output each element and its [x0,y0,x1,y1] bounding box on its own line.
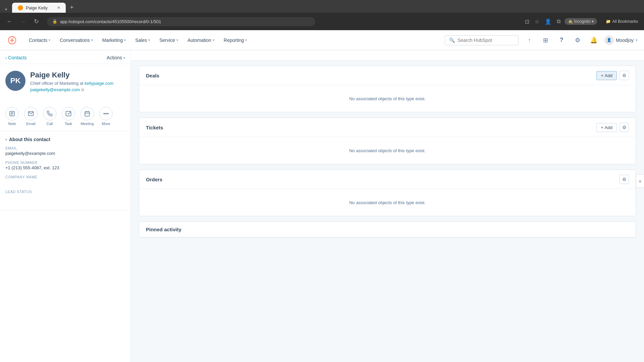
email-button[interactable]: Email [24,107,38,126]
reporting-chevron: ▾ [245,38,247,42]
conversations-chevron: ▾ [91,38,93,42]
bookmarks-label: All Bookmarks [612,19,638,24]
scrolled-top-bar [131,50,644,60]
nav-sales[interactable]: Sales ▾ [130,30,155,50]
deals-gear-icon: ⚙ [622,73,627,78]
deals-card: Deals + Add ⚙ No associated obje [139,66,636,112]
svg-point-13 [107,113,108,114]
top-navigation: Contacts ▾ Conversations ▾ Marketing ▾ S… [0,30,644,50]
pinned-activity-card: Pinned activity [139,222,636,238]
deals-gear-button[interactable]: ⚙ [620,71,629,80]
forward-button[interactable]: → [17,16,28,27]
lock-icon: 🔒 [52,19,57,24]
deals-empty-message: No associated objects of this type exist… [349,96,426,101]
task-button[interactable]: Task [62,107,75,126]
lead-status-label: Lead status [5,190,125,194]
more-label: More [102,122,110,126]
folder-icon: 📁 [606,19,611,24]
sidebar-collapse-button[interactable]: « [636,174,644,188]
more-button[interactable]: More [99,107,113,126]
user-name: Moodjoy [616,38,634,43]
tickets-card-body: No associated objects of this type exist… [139,137,636,164]
meeting-button[interactable]: Meeting [80,107,94,126]
search-input[interactable] [458,38,514,43]
tickets-gear-button[interactable]: ⚙ [620,123,629,132]
tab-group-dropdown[interactable]: ▾ [3,6,9,13]
nav-contacts[interactable]: Contacts ▾ [24,30,55,50]
call-icon [43,107,56,120]
tickets-add-plus: + [601,125,603,130]
task-icon [62,107,75,120]
url-text: app.hubspot.com/contacts/45105500/record… [60,19,161,24]
refresh-button[interactable]: ↻ [31,16,42,27]
tickets-title: Tickets [146,125,163,130]
service-chevron: ▾ [176,38,178,42]
address-bar[interactable]: 🔒 app.hubspot.com/contacts/45105500/reco… [47,17,315,26]
orders-gear-button[interactable]: ⚙ [620,175,629,184]
nav-marketing[interactable]: Marketing ▾ [98,30,130,50]
company-link[interactable]: kellypaige.com [85,81,113,86]
search-bar[interactable]: 🔍 [445,35,519,45]
actions-button[interactable]: Actions ▾ [107,55,125,60]
marketplace-icon[interactable]: ⊞ [540,35,551,46]
phone-field: Phone number +1 (213) 555-4087, ext. 123 [5,161,125,170]
user-chevron: ▾ [636,38,637,42]
section-header[interactable]: ▾ About this contact [5,137,125,142]
notifications-icon[interactable]: 🔔 [588,35,599,46]
nav-conversations[interactable]: Conversations ▾ [55,30,98,50]
contact-info: PK Paige Kelly Chief officer of Marketin… [0,64,130,102]
bookmarks-bar-toggle[interactable]: 📁 All Bookmarks [604,18,640,24]
nav-service[interactable]: Service ▾ [155,30,183,50]
user-menu[interactable]: 👤 Moodjoy ▾ [604,36,637,45]
nav-right: 🔍 ↑ ⊞ ? ⚙ 🔔 👤 Moodjoy ▾ [445,35,637,46]
section-title: About this contact [9,137,50,142]
tickets-add-button[interactable]: + Add [596,123,617,132]
hubspot-logo[interactable] [7,35,17,46]
note-label: Note [8,122,16,126]
phone-field-value: +1 (213) 555-4087, ext. 123 [5,165,125,170]
bookmark-button[interactable]: ☆ [533,17,541,26]
deals-card-actions: + Add ⚙ [596,71,629,80]
active-tab[interactable]: 🟠 Paige Kelly ✕ [12,3,66,13]
extensions-button[interactable]: ⊡ [524,17,531,26]
call-button[interactable]: Call [43,107,56,126]
copy-email-icon[interactable]: ⧉ [81,87,84,92]
tickets-empty-message: No associated objects of this type exist… [349,148,426,153]
incognito-label: Incognito [574,19,591,24]
about-contact-section: ▾ About this contact Email paigekelly@ex… [0,131,130,210]
nav-automation[interactable]: Automation ▾ [183,30,219,50]
incognito-icon: 🕵 [568,19,573,24]
back-button[interactable]: ← [4,16,15,27]
contact-email[interactable]: paigekelly@example.com ⧉ [30,87,113,92]
split-view-button[interactable]: ⧉ [555,17,562,26]
phone-field-label: Phone number [5,161,125,165]
avatar-initials: PK [10,76,21,85]
company-field-empty [5,180,125,185]
main-nav: Contacts ▾ Conversations ▾ Marketing ▾ S… [24,30,445,50]
profile-button[interactable]: 👤 [543,17,553,26]
nav-reporting[interactable]: Reporting ▾ [219,30,252,50]
sidebar-header: ‹ Contacts Actions ▾ [0,50,130,64]
contact-title: Chief officer of Marketing at kellypaige… [30,81,113,86]
breadcrumb[interactable]: ‹ Contacts [5,55,27,60]
email-field-value: paigekelly@example.com [5,151,125,156]
svg-point-11 [104,113,105,114]
note-button[interactable]: Note [5,107,19,126]
deals-add-button[interactable]: + Add [596,71,617,80]
tickets-card-header: Tickets + Add ⚙ [139,118,636,137]
user-avatar-placeholder: 👤 [607,38,611,42]
settings-icon[interactable]: ⚙ [572,35,583,46]
help-icon[interactable]: ? [556,35,567,46]
pinned-activity-title: Pinned activity [146,227,181,232]
main-content: Deals + Add ⚙ No associated obje [131,50,644,362]
tickets-add-label: Add [605,125,612,130]
section-chevron: ▾ [5,138,7,141]
new-tab-button[interactable]: + [67,3,76,12]
nav-actions: ⊡ ☆ 👤 ⧉ 🕵 Incognito ▾ [524,17,597,26]
svg-point-12 [106,113,106,114]
actions-chevron: ▾ [123,56,125,60]
tab-close-button[interactable]: ✕ [57,5,60,10]
upgrade-icon[interactable]: ↑ [524,35,535,46]
svg-rect-7 [85,112,90,116]
meeting-label: Meeting [80,122,94,126]
